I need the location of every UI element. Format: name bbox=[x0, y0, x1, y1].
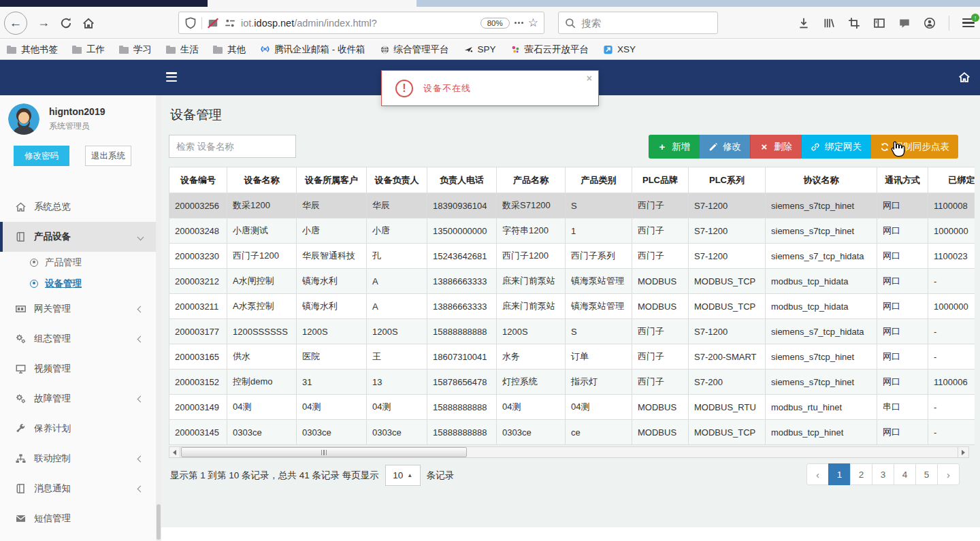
table-row[interactable]: 20000314904测04测04测1588888888804测04测MODBU… bbox=[169, 395, 975, 420]
library-icon[interactable] bbox=[823, 17, 835, 29]
table-row[interactable]: 2000031450303ce0303ce0303ce1588888888803… bbox=[169, 420, 975, 445]
logout-button[interactable]: 退出系统 bbox=[85, 146, 131, 166]
table-row[interactable]: 200003165供水医院王18607310041水务订单西门子S7-200-S… bbox=[169, 344, 975, 370]
table-row[interactable]: 200003152控制demo311315878656478灯控系统指示灯西门子… bbox=[169, 370, 975, 395]
column-header[interactable]: 产品类别 bbox=[566, 167, 632, 193]
sidebar-menu-item[interactable]: 产品设备 bbox=[0, 222, 157, 252]
column-header[interactable]: PLC系列 bbox=[689, 167, 766, 193]
sidebar-menu-item[interactable]: 网关管理 bbox=[0, 294, 157, 324]
sidebar-menu-item[interactable]: 短信管理 bbox=[0, 504, 157, 534]
column-header[interactable]: 设备负责人 bbox=[367, 167, 427, 193]
browser-search-box[interactable] bbox=[558, 12, 718, 34]
cross-action-button[interactable]: ×删除 bbox=[750, 135, 801, 159]
pager-next[interactable]: › bbox=[937, 463, 960, 485]
radio-icon bbox=[30, 280, 38, 288]
screenshot-icon[interactable] bbox=[848, 17, 860, 29]
home-icon[interactable] bbox=[82, 17, 95, 29]
zoom-level-badge[interactable]: 80% bbox=[480, 18, 510, 29]
sidebar-menu-item[interactable]: 组态管理 bbox=[0, 324, 157, 354]
horizontal-scrollbar[interactable] bbox=[169, 446, 969, 458]
sidebar-submenu-item[interactable]: 设备管理 bbox=[0, 273, 157, 294]
account-icon[interactable] bbox=[924, 17, 936, 29]
column-header[interactable]: PLC品牌 bbox=[632, 167, 689, 193]
column-header[interactable]: 设备所属客户 bbox=[297, 167, 367, 193]
column-header[interactable]: 负责人电话 bbox=[427, 167, 497, 193]
forward-button[interactable]: → bbox=[37, 16, 50, 30]
bookmark-item[interactable]: SPY bbox=[463, 44, 496, 54]
bookmark-item[interactable]: 萤石云开放平台 bbox=[510, 44, 589, 56]
refresh-action-button[interactable]: 强制同步点表 bbox=[870, 135, 958, 159]
table-cell: 04测 bbox=[297, 395, 367, 420]
sidebar-menu-item[interactable]: 消息通知 bbox=[0, 474, 157, 504]
table-cell: 18390936104 bbox=[427, 193, 497, 218]
bookmark-item[interactable]: 综合管理平台 bbox=[380, 44, 449, 56]
sidebar-scrollbar[interactable] bbox=[156, 95, 161, 541]
bookmark-item[interactable]: 生活 bbox=[166, 44, 199, 56]
pager-page-3[interactable]: 3 bbox=[872, 463, 894, 485]
bookmark-item[interactable]: 学习 bbox=[119, 44, 152, 56]
bookmark-star-icon[interactable]: ☆ bbox=[528, 17, 538, 29]
active-tab-segment[interactable] bbox=[208, 0, 416, 7]
back-button[interactable]: ← bbox=[4, 12, 27, 35]
column-header[interactable]: 通讯方式 bbox=[877, 167, 928, 193]
bookmark-item[interactable]: XSY bbox=[603, 44, 636, 54]
column-header[interactable]: 协议名称 bbox=[766, 167, 877, 193]
blocked-image-icon[interactable] bbox=[207, 17, 219, 29]
sidebar-collapse-icon[interactable] bbox=[166, 72, 177, 82]
table-row[interactable]: 200003230西门子1200华辰智通科技孔15243642681西门子120… bbox=[169, 244, 975, 269]
pager-prev[interactable]: ‹ bbox=[806, 463, 829, 485]
table-row[interactable]: 200003256数采1200华辰华辰18390936104数采S71200S西… bbox=[169, 193, 975, 218]
sidebar-toggle-icon[interactable] bbox=[873, 17, 885, 29]
column-header[interactable]: 产品名称 bbox=[497, 167, 566, 193]
reload-icon[interactable] bbox=[60, 17, 72, 29]
sidebar-menu-item[interactable]: 系统总览 bbox=[0, 192, 157, 222]
bookmark-item[interactable]: 其他书签 bbox=[7, 44, 58, 56]
app-home-icon[interactable] bbox=[958, 71, 970, 83]
table-cell: 镇海泵站管理 bbox=[566, 269, 632, 294]
scrollbar-track[interactable] bbox=[180, 446, 958, 458]
sidebar-submenu-item[interactable]: 产品管理 bbox=[0, 252, 157, 273]
url-text[interactable]: iot.idosp.net/admin/index.html? bbox=[241, 18, 476, 29]
scroll-right-button[interactable] bbox=[958, 446, 969, 458]
column-header[interactable]: 已绑定网关 bbox=[928, 167, 975, 193]
menu-label: 保养计划 bbox=[34, 423, 71, 435]
pager-page-5[interactable]: 5 bbox=[915, 463, 938, 485]
bookmark-item[interactable]: 工作 bbox=[72, 44, 105, 56]
sidebar-menu-item[interactable]: 保养计划 bbox=[0, 414, 157, 444]
link-action-button[interactable]: 绑定网关 bbox=[801, 135, 870, 159]
sidebar-menu-item[interactable]: 视频管理 bbox=[0, 354, 157, 384]
sidebar-menu-item[interactable]: 联动控制 bbox=[0, 444, 157, 474]
page-actions-icon[interactable] bbox=[514, 22, 523, 24]
download-icon[interactable] bbox=[798, 17, 810, 29]
sidebar-scrollbar-thumb[interactable] bbox=[157, 504, 161, 540]
table-row[interactable]: 200003211A水泵控制镇海水利A13886663333庶来门前泵站镇海泵站… bbox=[169, 294, 975, 319]
bookmark-item[interactable]: 其他 bbox=[213, 44, 246, 56]
pencil-action-button[interactable]: 修改 bbox=[699, 135, 750, 159]
device-search-input[interactable] bbox=[169, 135, 296, 158]
column-header[interactable]: 设备编号 bbox=[169, 167, 227, 193]
menu-icon[interactable]: ↑ bbox=[962, 18, 975, 28]
url-bar[interactable]: iot.idosp.net/admin/index.html? 80% ☆ bbox=[178, 12, 544, 34]
page-size-select[interactable]: 10▲ bbox=[385, 465, 421, 486]
bookmark-item[interactable]: 腾讯企业邮箱 - 收件箱 bbox=[260, 44, 365, 56]
table-row[interactable]: 200003212A水闸控制镇海水利A13886663333庶来门前泵站镇海泵站… bbox=[169, 269, 975, 294]
pager-page-1[interactable]: 1 bbox=[828, 463, 851, 485]
table-row[interactable]: 200003248小唐测试小唐小唐13500000000字符串12001西门子S… bbox=[169, 218, 975, 244]
plus-action-button[interactable]: +新增 bbox=[649, 135, 699, 159]
column-header[interactable]: 设备名称 bbox=[227, 167, 297, 193]
table-cell: 1200S bbox=[497, 319, 566, 344]
shield-icon[interactable] bbox=[184, 17, 197, 29]
sidebar-menu-item[interactable]: 故障管理 bbox=[0, 384, 157, 414]
change-password-button[interactable]: 修改密码 bbox=[14, 146, 69, 166]
table-cell: 0303ce bbox=[497, 420, 566, 445]
pager-page-4[interactable]: 4 bbox=[894, 463, 916, 485]
alert-close-icon[interactable]: × bbox=[587, 73, 592, 84]
chat-icon[interactable] bbox=[898, 17, 911, 29]
permissions-icon[interactable] bbox=[224, 17, 236, 29]
table-row[interactable]: 2000031771200SSSSSS1200S1200S15888888888… bbox=[169, 319, 975, 344]
scroll-left-button[interactable] bbox=[169, 446, 180, 458]
scrollbar-thumb[interactable] bbox=[181, 447, 467, 457]
pager-page-2[interactable]: 2 bbox=[850, 463, 872, 485]
browser-search-input[interactable] bbox=[581, 18, 712, 29]
table-cell: modbus_rtu_hinet bbox=[766, 395, 877, 420]
